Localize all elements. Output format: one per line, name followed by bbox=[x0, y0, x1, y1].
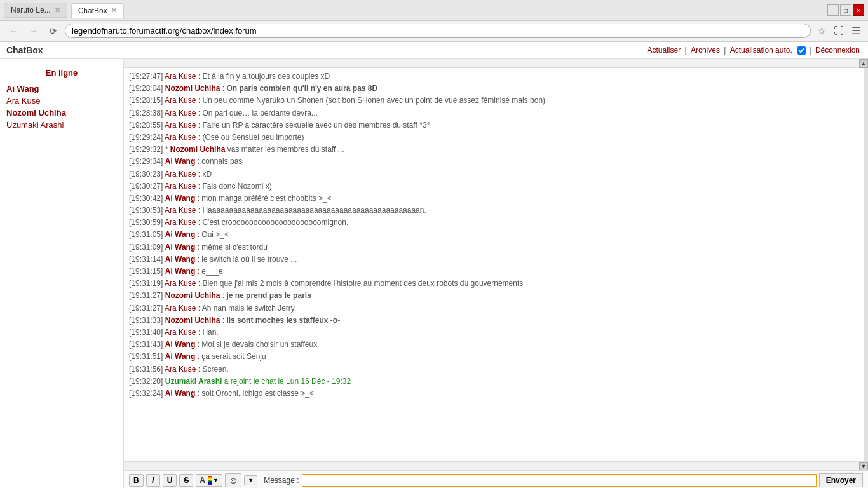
color-gradient-icon bbox=[208, 476, 212, 485]
page-header: ChatBox Actualiser | Archives | Actualis… bbox=[0, 42, 868, 59]
message-row: [19:28:55] Ara Kuse : Faire un RP à cara… bbox=[129, 119, 859, 132]
message-row: [19:32:24] Ai Wang : soit Orochi, Ichigo… bbox=[129, 388, 859, 400]
message-row-join: [19:32:20] Uzumaki Arashi a rejoint le c… bbox=[129, 376, 859, 388]
message-label: Message : bbox=[264, 476, 299, 485]
chat-messages[interactable]: [19:27:47] Ara Kuse : Et à la fin y a to… bbox=[124, 68, 868, 461]
message-row: [19:31:14] Ai Wang : le switch là où il … bbox=[129, 254, 859, 266]
message-row: [19:30:59] Ara Kuse : C'est croooooooooo… bbox=[129, 217, 859, 229]
message-row: [19:31:40] Ara Kuse : Han. bbox=[129, 327, 859, 339]
scroll-up-arrow[interactable]: ▲ bbox=[859, 59, 868, 68]
emoji-button[interactable]: ☺ bbox=[225, 473, 241, 487]
message-row: [19:31:05] Ai Wang : Oui >_< bbox=[129, 229, 859, 241]
message-row: [19:31:51] Ai Wang : ça serait soit Senj… bbox=[129, 351, 859, 363]
page-actions: Actualiser | Archives | Actualisation au… bbox=[645, 46, 862, 55]
auto-refresh-checkbox[interactable] bbox=[797, 46, 806, 55]
message-row: [19:31:33] Nozomi Uchiha : ils sont moch… bbox=[129, 315, 859, 327]
sidebar-section-title: En ligne bbox=[0, 65, 123, 83]
nav-bar: ← → ⟳ ☆ ⛶ ☰ bbox=[0, 21, 868, 41]
browser-chrome: Naruto Le... ✕ ChatBox ✕ — □ ✕ ← → ⟳ ☆ ⛶… bbox=[0, 0, 868, 42]
nav-icons: ☆ ⛶ ☰ bbox=[815, 24, 863, 38]
separator-1: | bbox=[684, 46, 688, 55]
deconnexion-link[interactable]: Déconnexion bbox=[815, 46, 860, 55]
actualiser-link[interactable]: Actualiser bbox=[647, 46, 681, 55]
message-input[interactable] bbox=[302, 474, 817, 487]
page-title: ChatBox bbox=[6, 45, 43, 55]
message-row: [19:27:47] Ara Kuse : Et à la fin y a to… bbox=[129, 71, 859, 83]
window-controls: — □ ✕ bbox=[827, 4, 864, 16]
message-row: [19:28:15] Ara Kuse : Un peu comme Nyaru… bbox=[129, 95, 859, 107]
sidebar-user-ai-wang[interactable]: Ai Wang bbox=[0, 83, 123, 95]
tab-chatbox-close[interactable]: ✕ bbox=[111, 6, 117, 15]
message-row: [19:28:38] Ara Kuse : On pari que… la pe… bbox=[129, 107, 859, 119]
message-row: [19:28:04] Nozomi Uchiha : On paris comb… bbox=[129, 83, 859, 95]
back-button[interactable]: ← bbox=[5, 24, 22, 38]
message-row: [19:31:43] Ai Wang : Moi si je devais ch… bbox=[129, 339, 859, 351]
message-row: [19:30:23] Ara Kuse : xD bbox=[129, 168, 859, 180]
window-maximize-button[interactable]: □ bbox=[840, 4, 851, 16]
address-bar[interactable] bbox=[65, 24, 811, 38]
tab-chatbox[interactable]: ChatBox ✕ bbox=[71, 3, 124, 18]
italic-button[interactable]: I bbox=[146, 474, 160, 487]
archives-link[interactable]: Archives bbox=[691, 46, 720, 55]
tab-naruto-label: Naruto Le... bbox=[11, 6, 51, 15]
color-button[interactable]: A ▼ bbox=[196, 474, 222, 487]
scroll-down-arrow[interactable]: ▼ bbox=[859, 462, 868, 471]
color-label: A bbox=[200, 476, 205, 485]
separator-3: | bbox=[809, 46, 813, 55]
emoji-dropdown-button[interactable]: ▼ bbox=[244, 475, 257, 485]
tab-naruto[interactable]: Naruto Le... ✕ bbox=[4, 3, 67, 18]
message-row: [19:29:32] * Nozomi Uchiha vas matter le… bbox=[129, 144, 859, 156]
message-row: [19:30:42] Ai Wang : mon manga préféré c… bbox=[129, 193, 859, 205]
message-row: [19:31:27] Ara Kuse : Ah nan mais le swi… bbox=[129, 302, 859, 315]
main-layout: En ligne Ai Wang Ara Kuse Nozomi Uchiha … bbox=[0, 59, 868, 488]
emoji-dropdown-icon: ▼ bbox=[248, 477, 254, 484]
title-bar: Naruto Le... ✕ ChatBox ✕ — □ ✕ bbox=[0, 0, 868, 21]
window-minimize-button[interactable]: — bbox=[827, 4, 839, 16]
message-row: [19:31:15] Ai Wang : e___e bbox=[129, 266, 859, 278]
actualisation-auto-link[interactable]: Actualisation auto. bbox=[730, 46, 792, 55]
message-row: [19:30:27] Ara Kuse : Fais donc Nozomi x… bbox=[129, 180, 859, 193]
send-button[interactable]: Envoyer bbox=[819, 473, 863, 487]
menu-icon[interactable]: ☰ bbox=[849, 24, 863, 38]
message-row: [19:29:34] Ai Wang : connais pas bbox=[129, 156, 859, 168]
strikethrough-button[interactable]: S bbox=[179, 474, 193, 487]
underline-button[interactable]: U bbox=[163, 474, 177, 487]
message-row: [19:31:56] Ara Kuse : Screen. bbox=[129, 363, 859, 376]
sidebar: En ligne Ai Wang Ara Kuse Nozomi Uchiha … bbox=[0, 59, 124, 488]
bookmark-star-icon[interactable]: ☆ bbox=[815, 24, 829, 38]
chat-area: ▲ [19:27:47] Ara Kuse : Et à la fin y a … bbox=[124, 59, 868, 488]
message-row: [19:31:09] Ai Wang : même si c'est tordu bbox=[129, 241, 859, 254]
message-row: [19:31:27] Nozomi Uchiha : je ne prend p… bbox=[129, 290, 859, 302]
message-row: [19:30:53] Ara Kuse : Haaaaaaaaaaaaaaaaa… bbox=[129, 205, 859, 217]
sidebar-user-ara-kuse[interactable]: Ara Kuse bbox=[0, 95, 123, 107]
message-row: [19:29:24] Ara Kuse : (Osé ou Sensuel pe… bbox=[129, 132, 859, 144]
message-row: [19:31:19] Ara Kuse : Bien que j'ai mis … bbox=[129, 278, 859, 290]
tab-naruto-close[interactable]: ✕ bbox=[55, 6, 60, 15]
sidebar-user-uzumaki-arashi[interactable]: Uzumaki Arashi bbox=[0, 119, 123, 131]
bold-button[interactable]: B bbox=[129, 474, 144, 487]
sidebar-user-nozomi-uchiha[interactable]: Nozomi Uchiha bbox=[0, 107, 123, 119]
separator-2: | bbox=[724, 46, 728, 55]
chat-toolbar: B I U S A ▼ ☺ ▼ Message : Envoyer bbox=[124, 470, 868, 488]
reload-button[interactable]: ⟳ bbox=[46, 24, 61, 38]
window-close-button[interactable]: ✕ bbox=[853, 4, 864, 16]
extensions-icon[interactable]: ⛶ bbox=[831, 24, 846, 38]
forward-button[interactable]: → bbox=[25, 24, 42, 38]
color-dropdown-icon: ▼ bbox=[213, 477, 219, 484]
tab-chatbox-label: ChatBox bbox=[78, 6, 107, 15]
